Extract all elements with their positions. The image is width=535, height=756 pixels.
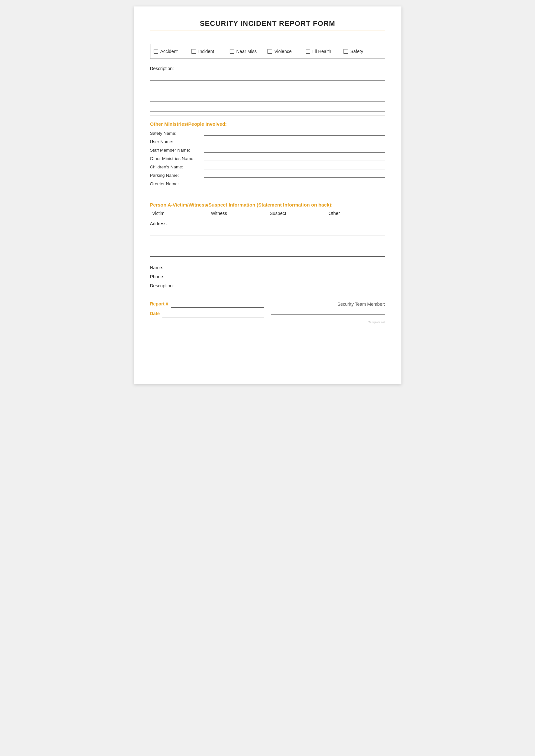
security-member-label: Security Team Member: bbox=[337, 302, 385, 307]
other-min-name-field[interactable] bbox=[204, 155, 385, 161]
address-field-row: Address: bbox=[150, 220, 385, 226]
user-name-row: User Name: bbox=[150, 138, 385, 144]
near-miss-label: Near Miss bbox=[237, 49, 257, 54]
description-line-2[interactable] bbox=[150, 74, 385, 81]
date-label: Date bbox=[150, 311, 160, 316]
violence-checkbox-box[interactable] bbox=[268, 49, 272, 54]
desc2-field-row: Description: bbox=[150, 282, 385, 288]
greeter-name-row: Greeter Name: bbox=[150, 180, 385, 186]
parking-name-label: Parking Name: bbox=[150, 173, 202, 178]
childrens-name-row: Children's Name: bbox=[150, 164, 385, 169]
incident-type-row: Accident Incident Near Miss Violence I l… bbox=[150, 44, 385, 59]
other-min-name-row: Other Ministries Name: bbox=[150, 155, 385, 161]
victim-label: Victim bbox=[152, 211, 165, 216]
person-checkbox-victim[interactable]: Victim bbox=[150, 211, 209, 216]
ill-health-label: I ll Health bbox=[312, 49, 331, 54]
checkbox-incident[interactable]: Incident bbox=[191, 49, 230, 54]
address-line-4[interactable] bbox=[150, 250, 385, 256]
desc2-field[interactable] bbox=[176, 282, 385, 288]
checkbox-safety[interactable]: Safety bbox=[344, 49, 382, 54]
safety-name-field[interactable] bbox=[204, 130, 385, 136]
title-section: SECURITY INCIDENT REPORT FORM bbox=[150, 19, 385, 30]
address-section: Address: bbox=[150, 220, 385, 256]
address-line-1[interactable] bbox=[170, 220, 385, 226]
safety-checkbox-box[interactable] bbox=[344, 49, 348, 54]
checkbox-ill-health[interactable]: I ll Health bbox=[306, 49, 344, 54]
greeter-name-label: Greeter Name: bbox=[150, 181, 202, 186]
other-min-name-label: Other Ministries Name: bbox=[150, 156, 202, 161]
accident-checkbox-box[interactable] bbox=[154, 49, 158, 54]
desc2-label: Description: bbox=[150, 283, 174, 288]
date-field[interactable] bbox=[162, 311, 264, 317]
user-name-field[interactable] bbox=[204, 138, 385, 144]
footer-right: Security Team Member: bbox=[271, 301, 385, 315]
description-line-4[interactable] bbox=[150, 94, 385, 101]
staff-name-label: Staff Member Name: bbox=[150, 148, 202, 152]
description-field-row: Description: bbox=[150, 65, 385, 71]
safety-label: Safety bbox=[350, 49, 363, 54]
address-line-3[interactable] bbox=[150, 239, 385, 246]
parking-name-row: Parking Name: bbox=[150, 172, 385, 178]
checkbox-violence[interactable]: Violence bbox=[268, 49, 306, 54]
person-checkbox-row: Victim Witness Suspect Other bbox=[150, 211, 385, 216]
staff-name-field[interactable] bbox=[204, 147, 385, 152]
description-line-5[interactable] bbox=[150, 105, 385, 112]
name-field[interactable] bbox=[166, 264, 385, 270]
phone-field[interactable] bbox=[167, 273, 385, 279]
person-section-heading: Person A-Victim/Witness/Suspect Informat… bbox=[150, 202, 385, 207]
near-miss-checkbox-box[interactable] bbox=[230, 49, 234, 54]
checkbox-near-miss[interactable]: Near Miss bbox=[230, 49, 268, 54]
page-title: SECURITY INCIDENT REPORT FORM bbox=[150, 19, 385, 28]
address-label: Address: bbox=[150, 221, 168, 226]
safety-name-row: Safety Name: bbox=[150, 130, 385, 136]
phone-field-row: Phone: bbox=[150, 273, 385, 279]
witness-label: Witness bbox=[211, 211, 227, 216]
report-label: Report # bbox=[150, 301, 169, 307]
person-checkbox-witness[interactable]: Witness bbox=[209, 211, 268, 216]
description-label: Description: bbox=[150, 66, 174, 71]
name-label: Name: bbox=[150, 265, 163, 270]
incident-label: Incident bbox=[198, 49, 214, 54]
divider-2 bbox=[150, 191, 385, 191]
person-checkbox-other[interactable]: Other bbox=[326, 211, 385, 216]
violence-label: Violence bbox=[274, 49, 292, 54]
watermark: Template.net bbox=[150, 321, 385, 324]
other-label: Other bbox=[329, 211, 340, 216]
parking-name-field[interactable] bbox=[204, 172, 385, 178]
security-member-field[interactable] bbox=[271, 308, 385, 315]
description-line-1[interactable] bbox=[176, 65, 385, 71]
person-checkbox-suspect[interactable]: Suspect bbox=[268, 211, 326, 216]
title-underline bbox=[150, 30, 385, 30]
address-line-2[interactable] bbox=[150, 229, 385, 236]
phone-label: Phone: bbox=[150, 274, 164, 279]
report-number-field[interactable] bbox=[171, 301, 264, 308]
accident-label: Accident bbox=[160, 49, 178, 54]
suspect-label: Suspect bbox=[270, 211, 286, 216]
divider-1 bbox=[150, 115, 385, 115]
name-field-row: Name: bbox=[150, 264, 385, 270]
page: SECURITY INCIDENT REPORT FORM Accident I… bbox=[134, 7, 401, 384]
checkbox-accident[interactable]: Accident bbox=[154, 49, 192, 54]
footer-left: Report # Date bbox=[150, 301, 265, 317]
childrens-name-field[interactable] bbox=[204, 164, 385, 169]
footer-row: Report # Date Security Team Member: bbox=[150, 301, 385, 317]
other-ministries-heading: Other Ministries/People Involved: bbox=[150, 121, 385, 127]
description-section: Description: bbox=[150, 65, 385, 112]
childrens-name-label: Children's Name: bbox=[150, 165, 202, 169]
staff-name-row: Staff Member Name: bbox=[150, 147, 385, 152]
description-line-3[interactable] bbox=[150, 84, 385, 91]
user-name-label: User Name: bbox=[150, 139, 202, 144]
greeter-name-field[interactable] bbox=[204, 180, 385, 186]
ill-health-checkbox-box[interactable] bbox=[306, 49, 310, 54]
incident-checkbox-box[interactable] bbox=[191, 49, 196, 54]
safety-name-label: Safety Name: bbox=[150, 131, 202, 136]
